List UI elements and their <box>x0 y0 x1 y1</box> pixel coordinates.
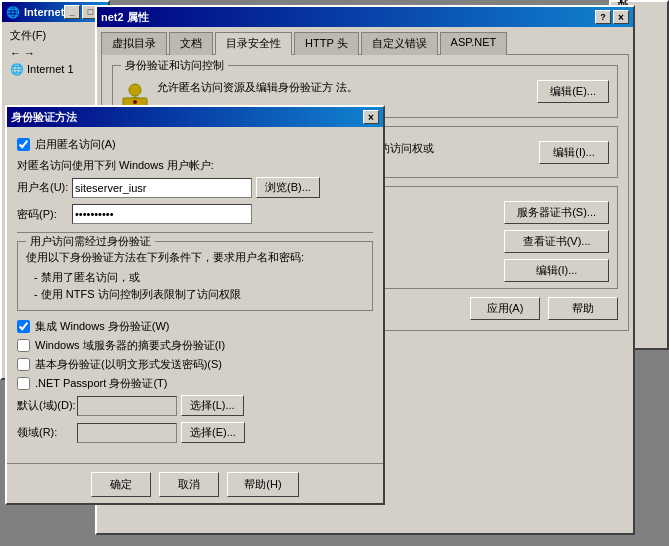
tab-http-label: HTTP 头 <box>305 37 348 49</box>
auth-option-digest: Windows 域服务器的摘要式身份验证(I) <box>17 338 373 353</box>
default-domain-select-btn[interactable]: 选择(L)... <box>181 395 244 416</box>
tab-custom-errors[interactable]: 自定义错误 <box>361 32 438 55</box>
tab-doc[interactable]: 文档 <box>169 32 213 55</box>
username-label: 用户名(U): <box>17 180 72 195</box>
tab-doc-label: 文档 <box>180 37 202 49</box>
auth-dialog: 身份验证方法 × 启用匿名访问(A) 对匿名访问使用下列 Windows 用户帐… <box>5 105 385 505</box>
main-dialog-title: net2 属性 <box>101 10 149 25</box>
ip-edit-btn[interactable]: 编辑(I)... <box>539 141 609 164</box>
help-btn[interactable]: 帮助 <box>548 297 618 320</box>
main-dialog-buttons: ? × <box>595 10 629 24</box>
server-cert-btn[interactable]: 服务器证书(S)... <box>504 201 609 224</box>
integrated-windows-label: 集成 Windows 身份验证(W) <box>35 319 169 334</box>
left-panel-title: 🌐 Internet <box>6 6 64 19</box>
secure-edit-btn[interactable]: 编辑(I)... <box>504 259 609 282</box>
auth-dialog-title-text: 身份验证方法 <box>11 110 77 125</box>
auth-dialog-buttons: × <box>363 110 379 124</box>
auth-dialog-title: 身份验证方法 <box>11 110 77 125</box>
nav-arrows-label: ← → <box>10 47 35 59</box>
left-panel-titlebar: 🌐 Internet _ □ × <box>2 2 108 22</box>
auth-desc-text: 允许匿名访问资源及编辑身份验证方 法。 <box>157 81 358 93</box>
default-domain-row: 默认(域)(D): 选择(L)... <box>17 395 373 416</box>
anonymous-access-row: 启用匿名访问(A) <box>17 137 373 152</box>
realm-input[interactable] <box>77 423 177 443</box>
realm-label: 领域(R): <box>17 425 77 440</box>
tab-dir-security-label: 目录安全性 <box>226 37 281 49</box>
passport-auth-checkbox[interactable] <box>17 377 30 390</box>
left-panel-title-text: Internet <box>24 6 64 18</box>
anon-user-desc-text: 对匿名访问使用下列 Windows 用户帐户: <box>17 159 214 171</box>
password-label: 密码(P): <box>17 207 72 222</box>
nav-arrows: ← → <box>6 45 104 61</box>
realm-row: 领域(R): 选择(E)... <box>17 422 373 443</box>
tab-aspnet-label: ASP.NET <box>451 36 497 48</box>
main-close-btn[interactable]: × <box>613 10 629 24</box>
basic-auth-label: 基本身份验证(以明文形式发送密码)(S) <box>35 357 222 372</box>
condition-2: - 使用 NTFS 访问控制列表限制了访问权限 <box>34 286 364 303</box>
anonymous-access-label: 启用匿名访问(A) <box>35 137 116 152</box>
file-menu-label: 文件(F) <box>10 28 46 43</box>
ip-edit-btn-area: 编辑(I)... <box>539 141 609 164</box>
condition-1: - 禁用了匿名访问，或 <box>34 269 364 286</box>
tab-custom-errors-label: 自定义错误 <box>372 37 427 49</box>
left-panel-content: 文件(F) ← → 🌐 Internet 1 <box>2 22 108 82</box>
auth-option-integrated: 集成 Windows 身份验证(W) <box>17 319 373 334</box>
digest-auth-checkbox[interactable] <box>17 339 30 352</box>
passport-auth-label: .NET Passport 身份验证(T) <box>35 376 167 391</box>
confirm-btn[interactable]: 确定 <box>91 472 151 497</box>
auth-icon <box>121 80 149 108</box>
tab-dir-security[interactable]: 目录安全性 <box>215 32 292 55</box>
username-input[interactable] <box>72 178 252 198</box>
main-dialog-title-text: net2 属性 <box>101 10 149 25</box>
main-tabs: 虚拟目录 文档 目录安全性 HTTP 头 自定义错误 ASP.NET <box>97 27 633 54</box>
username-row: 用户名(U): 浏览(B)... <box>17 177 373 198</box>
auth-help-btn[interactable]: 帮助(H) <box>227 472 298 497</box>
integrated-windows-checkbox[interactable] <box>17 320 30 333</box>
auth-description: 允许匿名访问资源及编辑身份验证方 法。 <box>157 80 529 95</box>
internet-item-label: 🌐 Internet 1 <box>10 63 74 76</box>
auth-close-btn[interactable]: × <box>363 110 379 124</box>
tab-aspnet[interactable]: ASP.NET <box>440 32 508 55</box>
svg-point-2 <box>133 100 137 104</box>
auth-group-desc: 使用以下身份验证方法在下列条件下，要求用户名和密码: <box>26 250 364 265</box>
auth-dialog-footer: 确定 取消 帮助(H) <box>7 463 383 505</box>
basic-auth-checkbox[interactable] <box>17 358 30 371</box>
internet-item[interactable]: 🌐 Internet 1 <box>6 61 104 78</box>
apply-btn[interactable]: 应用(A) <box>470 297 540 320</box>
tab-virtual-dir-label: 虚拟目录 <box>112 37 156 49</box>
view-cert-btn[interactable]: 查看证书(V)... <box>504 230 609 253</box>
auth-group-title: 用户访问需经过身份验证 <box>26 234 155 249</box>
file-menu[interactable]: 文件(F) <box>6 26 104 45</box>
main-question-btn[interactable]: ? <box>595 10 611 24</box>
auth-dialog-content: 启用匿名访问(A) 对匿名访问使用下列 Windows 用户帐户: 用户名(U)… <box>7 127 383 459</box>
auth-dialog-titlebar: 身份验证方法 × <box>7 107 383 127</box>
password-row: 密码(P): <box>17 204 373 224</box>
password-input[interactable] <box>72 204 252 224</box>
divider <box>17 232 373 233</box>
secure-buttons: 服务器证书(S)... 查看证书(V)... 编辑(I)... <box>504 201 609 282</box>
svg-point-0 <box>129 84 141 96</box>
browse-btn[interactable]: 浏览(B)... <box>256 177 320 198</box>
cancel-btn[interactable]: 取消 <box>159 472 219 497</box>
main-dialog-titlebar: net2 属性 ? × <box>97 7 633 27</box>
digest-auth-label: Windows 域服务器的摘要式身份验证(I) <box>35 338 225 353</box>
auth-option-passport: .NET Passport 身份验证(T) <box>17 376 373 391</box>
tab-http[interactable]: HTTP 头 <box>294 32 359 55</box>
tab-virtual-dir[interactable]: 虚拟目录 <box>101 32 167 55</box>
realm-select-btn[interactable]: 选择(E)... <box>181 422 245 443</box>
auth-edit-btn[interactable]: 编辑(E)... <box>537 80 609 103</box>
auth-conditions: - 禁用了匿名访问，或 - 使用 NTFS 访问控制列表限制了访问权限 <box>34 269 364 302</box>
default-domain-input[interactable] <box>77 396 177 416</box>
auth-edit-btn-area: 编辑(E)... <box>537 80 609 103</box>
auth-group: 用户访问需经过身份验证 使用以下身份验证方法在下列条件下，要求用户名和密码: -… <box>17 241 373 311</box>
default-domain-label: 默认(域)(D): <box>17 398 77 413</box>
anonymous-access-checkbox[interactable] <box>17 138 30 151</box>
auth-group-desc-text: 使用以下身份验证方法在下列条件下，要求用户名和密码: <box>26 251 304 263</box>
auth-section-title: 身份验证和访问控制 <box>121 58 228 73</box>
anon-user-desc: 对匿名访问使用下列 Windows 用户帐户: <box>17 158 373 173</box>
internet-icon: 🌐 <box>6 6 20 19</box>
auth-option-basic: 基本身份验证(以明文形式发送密码)(S) <box>17 357 373 372</box>
minimize-btn[interactable]: _ <box>64 5 80 19</box>
